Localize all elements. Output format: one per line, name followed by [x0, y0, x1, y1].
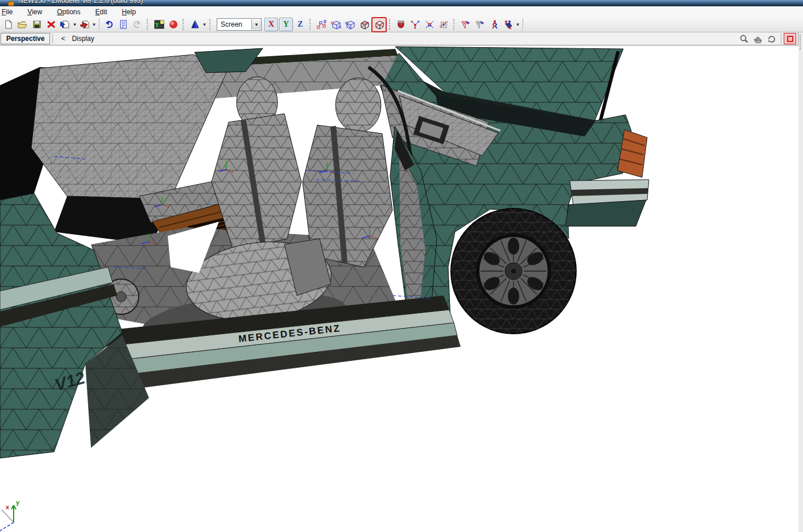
menu-help[interactable]: Help — [118, 7, 140, 17]
polygons-mode-button[interactable] — [357, 18, 371, 32]
cone-tool-button[interactable] — [188, 18, 202, 32]
import-button[interactable] — [58, 18, 72, 32]
toolbar-grip — [389, 19, 392, 30]
menu-view[interactable]: View — [23, 7, 46, 17]
animation-button[interactable] — [487, 18, 501, 32]
axis-z-button[interactable]: Z — [294, 18, 307, 31]
menu-options[interactable]: Options — [53, 7, 84, 17]
save-button[interactable] — [30, 18, 44, 32]
skeleton-button[interactable] — [501, 18, 515, 32]
new-file-button[interactable] — [1, 18, 15, 32]
undo-button[interactable] — [102, 18, 116, 32]
redo-button[interactable] — [130, 18, 144, 32]
y-axis-label: y — [16, 499, 20, 506]
world-axis-gizmo: y x — [0, 499, 20, 531]
edges-mode-button[interactable] — [329, 18, 343, 32]
orbit-icon[interactable] — [765, 33, 777, 44]
view-tab-perspective[interactable]: Perspective — [1, 33, 50, 44]
toolbar-grip — [183, 19, 185, 30]
export-dropdown-caret[interactable]: ▼ — [92, 22, 97, 27]
screen-dropdown-value: Screen — [217, 20, 251, 28]
screen-dropdown[interactable]: Screen ▼ — [217, 18, 262, 31]
window-title: NEW150 - ZModeler ver 2.2.6 (build 993) — [18, 0, 143, 5]
toolbar-grip — [147, 19, 150, 30]
material-editor-button[interactable] — [166, 18, 180, 32]
import-dropdown-caret[interactable]: ▼ — [72, 22, 77, 27]
magnet-button[interactable] — [394, 18, 408, 32]
objects-mode-button[interactable] — [371, 17, 387, 32]
delete-button[interactable] — [44, 18, 58, 32]
header-divider — [52, 34, 53, 44]
cone-dropdown-caret[interactable]: ▼ — [202, 22, 207, 27]
vertices-mode-button[interactable] — [314, 18, 329, 32]
toolbar-grip — [209, 19, 212, 30]
break-vertices-button[interactable] — [423, 18, 437, 32]
side-panel-grip[interactable] — [798, 32, 803, 532]
faces-mode-button[interactable] — [343, 18, 357, 32]
menu-edit[interactable]: Edit — [92, 7, 111, 17]
grip-dots-icon — [800, 35, 802, 49]
toolbar-separator — [523, 18, 523, 31]
viewport-3d[interactable]: MERCEDES-BENZ V12 — [0, 45, 798, 532]
back-arrow[interactable]: < — [61, 35, 65, 43]
export-button[interactable] — [77, 18, 92, 32]
menu-file[interactable]: File — [0, 7, 16, 17]
display-menu-label[interactable]: Display — [72, 35, 94, 43]
x-axis-label: x — [6, 504, 10, 510]
toolbar-separator — [99, 18, 100, 31]
viewport-header: Perspective < Display — [0, 32, 803, 45]
axis-y-button[interactable]: Y — [279, 18, 293, 31]
scene-nodes-button[interactable] — [152, 18, 166, 32]
menu-bar: File View Options Edit Help — [0, 6, 803, 18]
axis-x-button[interactable]: X — [264, 18, 278, 31]
snap-grid-button[interactable] — [437, 18, 451, 32]
main-toolbar: ▼ ▼ ▼ Screen ▼ X Y Z — [0, 17, 803, 32]
open-file-button[interactable] — [15, 18, 30, 32]
app-icon — [8, 1, 14, 6]
screen-dropdown-caret[interactable]: ▼ — [251, 19, 261, 30]
rear-bumper — [565, 180, 649, 226]
toolbar-grip — [309, 19, 312, 30]
filter-funnel-blue-button[interactable] — [458, 18, 473, 32]
zoom-icon[interactable] — [738, 33, 750, 44]
maximize-view-icon[interactable] — [784, 33, 796, 44]
passenger-seat — [212, 77, 301, 250]
title-bar: NEW150 - ZModeler ver 2.2.6 (build 993) — [0, 0, 803, 6]
rear-wheel — [451, 209, 576, 334]
driver-seat — [303, 78, 392, 267]
view-log-button[interactable] — [116, 18, 130, 32]
header-divider — [781, 34, 781, 44]
skeleton-dropdown-caret[interactable]: ▼ — [515, 22, 520, 27]
car-wireframe-model: MERCEDES-BENZ V12 — [0, 45, 798, 532]
filter-funnel-gray-button[interactable] — [473, 18, 487, 32]
weld-vertices-button[interactable] — [408, 18, 423, 32]
pan-hand-icon[interactable] — [751, 33, 764, 44]
toolbar-grip — [453, 19, 456, 30]
